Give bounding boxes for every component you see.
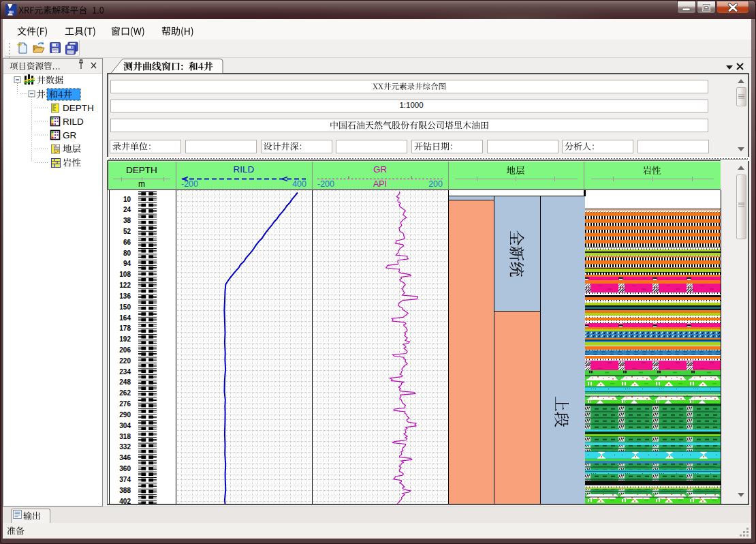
svg-text:-200: -200 [181, 179, 198, 189]
svg-text:360: 360 [119, 465, 131, 472]
svg-text:400: 400 [292, 179, 306, 189]
svg-text:122: 122 [119, 282, 131, 289]
svg-text:136: 136 [119, 292, 131, 300]
svg-text:RILD: RILD [234, 164, 255, 175]
svg-text:346: 346 [119, 454, 131, 462]
svg-text:262: 262 [119, 389, 131, 397]
svg-text:24: 24 [123, 206, 131, 213]
svg-text:API: API [373, 179, 387, 189]
svg-text:52: 52 [123, 228, 131, 235]
svg-text:164: 164 [119, 314, 131, 322]
svg-text:234: 234 [119, 368, 131, 376]
svg-text:DEPTH: DEPTH [126, 165, 157, 175]
svg-text:206: 206 [119, 346, 131, 354]
svg-text:150: 150 [119, 303, 131, 311]
svg-text:276: 276 [119, 400, 131, 408]
svg-text:200: 200 [428, 179, 443, 189]
svg-text:66: 66 [123, 239, 131, 246]
svg-text:38: 38 [123, 217, 131, 224]
svg-text:178: 178 [119, 324, 131, 332]
svg-text:192: 192 [119, 335, 131, 343]
svg-text:304: 304 [119, 422, 131, 429]
svg-text:332: 332 [119, 443, 131, 451]
svg-text:108: 108 [119, 271, 131, 278]
svg-text:290: 290 [119, 411, 131, 419]
svg-text:388: 388 [119, 487, 131, 494]
svg-text:-200: -200 [317, 179, 334, 189]
svg-text:94: 94 [123, 260, 131, 267]
svg-text:220: 220 [119, 357, 131, 365]
svg-text:318: 318 [119, 433, 131, 440]
svg-text:374: 374 [119, 476, 131, 483]
svg-text:402: 402 [119, 498, 131, 505]
svg-text:248: 248 [119, 378, 131, 386]
svg-text:GR: GR [373, 164, 388, 175]
svg-text:10: 10 [123, 196, 131, 203]
svg-text:80: 80 [123, 250, 131, 257]
